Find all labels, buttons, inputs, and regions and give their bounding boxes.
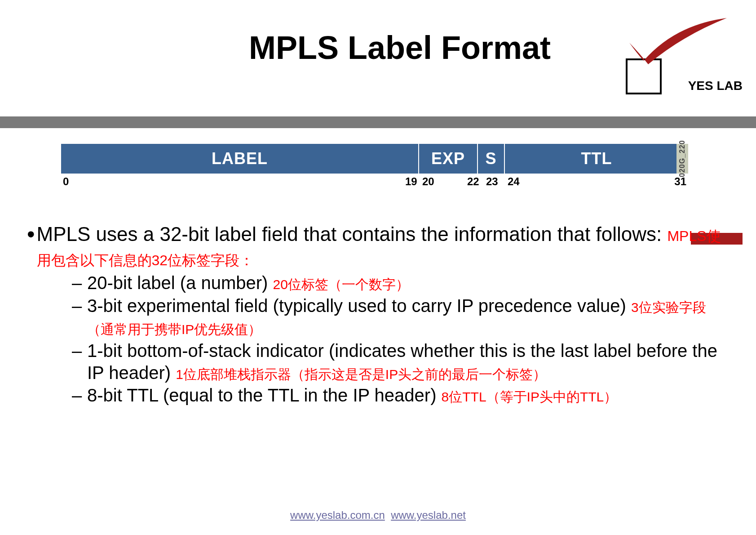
yeslab-logo: YES LAB: [626, 29, 743, 97]
bit-0: 0: [63, 175, 69, 188]
slide-title: MPLS Label Format: [85, 0, 714, 80]
divider-bar: [0, 116, 756, 128]
footer-link-1[interactable]: www.yeslab.com.cn: [290, 509, 385, 521]
bit-positions: 0 19 20 22 23 24 31: [61, 174, 688, 187]
item-en: 3-bit experimental field (typically used…: [87, 296, 631, 316]
item-en: 8-bit TTL (equal to the TTL in the IP he…: [87, 385, 442, 405]
bit-31: 31: [674, 175, 686, 188]
bit-22: 22: [467, 175, 479, 188]
bit-24: 24: [508, 175, 520, 188]
item-zh: 20位标签（一个数字）: [273, 277, 409, 292]
list-item: – 3-bit experimental field (typically us…: [72, 295, 729, 339]
mpls-label-diagram: LABEL EXP S TTL 020G_220 0 19 20 22 23 2…: [61, 144, 688, 187]
list-item: – 1-bit bottom-of-stack indicator (indic…: [72, 340, 729, 384]
field-s: S: [478, 144, 505, 174]
bit-20: 20: [422, 175, 434, 188]
footer-links: www.yeslab.com.cn www.yeslab.net: [0, 509, 756, 522]
bit-23: 23: [486, 175, 498, 188]
main-bullet: • MPLS uses a 32-bit label field that co…: [27, 222, 729, 270]
item-zh: 1位底部堆栈指示器（指示这是否是IP头之前的最后一个标签）: [176, 367, 546, 382]
bit-19: 19: [405, 175, 417, 188]
list-item: – 8-bit TTL (equal to the TTL in the IP …: [72, 384, 729, 406]
checkmark-icon: [621, 16, 729, 65]
field-exp: EXP: [419, 144, 478, 174]
list-item: – 20-bit label (a number) 20位标签（一个数字）: [72, 272, 729, 294]
diagram-image-id: 020G_220: [676, 144, 688, 174]
item-en: 20-bit label (a number): [87, 273, 273, 293]
slide-content: • MPLS uses a 32-bit label field that co…: [27, 222, 729, 407]
footer-link-2[interactable]: www.yeslab.net: [391, 509, 466, 521]
field-label: LABEL: [61, 144, 419, 174]
field-ttl: TTL: [505, 144, 688, 174]
item-zh: 8位TTL（等于IP头中的TTL）: [442, 389, 618, 404]
brand-text: YES LAB: [688, 79, 743, 93]
main-text-en: MPLS uses a 32-bit label field that cont…: [37, 223, 668, 245]
